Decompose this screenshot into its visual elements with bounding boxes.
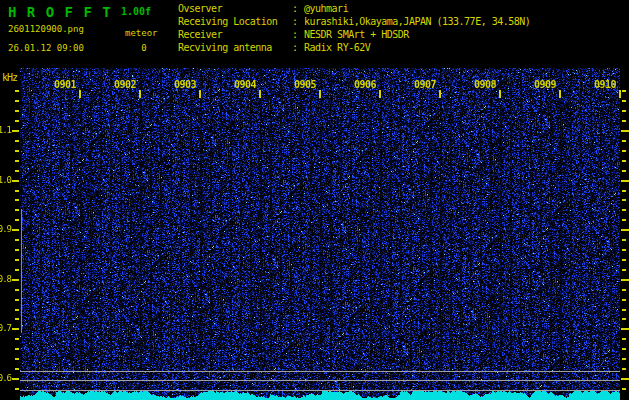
time-tick-label: 0909 — [526, 79, 556, 90]
freq-minor-tick-right — [622, 309, 626, 311]
freq-major-tick-left — [12, 180, 19, 182]
freq-minor-tick-right — [622, 100, 626, 102]
freq-minor-tick-right — [622, 239, 626, 241]
time-tick — [439, 90, 441, 98]
freq-minor-tick-left — [15, 140, 19, 142]
output-filename: 2601120900.png — [8, 24, 84, 34]
freq-minor-tick-right — [622, 299, 626, 301]
freq-minor-tick-right — [622, 249, 626, 251]
freq-minor-tick-right — [622, 259, 626, 261]
time-tick — [499, 90, 501, 98]
info-separator: : — [292, 16, 298, 27]
freq-minor-tick-right — [622, 209, 626, 211]
time-tick-label: 0902 — [106, 79, 136, 90]
freq-minor-tick-right — [622, 348, 626, 350]
freq-minor-tick-right — [622, 170, 626, 172]
freq-tick-label: 0.8 — [0, 274, 11, 284]
time-tick-label: 0905 — [286, 79, 316, 90]
band-marker-line — [21, 209, 22, 333]
info-value: Radix RY-62V — [304, 42, 370, 53]
info-label: Recviving antenna — [178, 42, 272, 53]
freq-minor-tick-right — [622, 110, 626, 112]
hrofft-window: H R O F F T 1.00f 2601120900.png meteor … — [0, 0, 629, 400]
freq-minor-tick-right — [622, 269, 626, 271]
freq-minor-tick-left — [15, 269, 19, 271]
time-tick-label: 0907 — [406, 79, 436, 90]
reference-line — [20, 371, 620, 372]
freq-minor-tick-right — [622, 90, 626, 92]
freq-minor-tick-left — [15, 219, 19, 221]
freq-tick-label: 0.7 — [0, 323, 11, 333]
freq-minor-tick-right — [622, 388, 626, 390]
freq-minor-tick-left — [15, 90, 19, 92]
freq-minor-tick-left — [15, 299, 19, 301]
freq-minor-tick-right — [622, 368, 626, 370]
freq-minor-tick-right — [622, 140, 626, 142]
freq-minor-tick-left — [15, 199, 19, 201]
time-tick — [619, 90, 621, 98]
app-title: H R O F F T — [8, 4, 112, 20]
info-value: NESDR SMArt + HDSDR — [304, 29, 409, 40]
freq-major-tick-right — [621, 130, 629, 132]
time-tick-label: 0901 — [46, 79, 76, 90]
time-tick — [379, 90, 381, 98]
freq-minor-tick-left — [15, 170, 19, 172]
info-separator: : — [292, 3, 298, 14]
info-label: Receiver — [178, 29, 222, 40]
meteor-count-value: 0 — [139, 43, 149, 53]
freq-minor-tick-right — [622, 190, 626, 192]
freq-minor-tick-right — [622, 150, 626, 152]
reference-line — [20, 380, 620, 381]
info-separator: : — [292, 29, 298, 40]
freq-axis-unit-label: kHz — [2, 72, 17, 83]
freq-minor-tick-left — [15, 209, 19, 211]
freq-tick-label: 1.1 — [0, 125, 11, 135]
freq-minor-tick-left — [15, 348, 19, 350]
freq-major-tick-left — [12, 328, 19, 330]
time-tick — [559, 90, 561, 98]
freq-major-tick-left — [12, 279, 19, 281]
freq-minor-tick-left — [15, 318, 19, 320]
freq-minor-tick-right — [622, 358, 626, 360]
freq-major-tick-right — [621, 328, 629, 330]
info-label: Receiving Location — [178, 16, 277, 27]
freq-minor-tick-left — [15, 249, 19, 251]
freq-tick-label: 1.0 — [0, 175, 11, 185]
freq-major-tick-left — [12, 378, 19, 380]
time-tick-label: 0910 — [586, 79, 616, 90]
freq-tick-label: 0.6 — [0, 373, 11, 383]
time-tick — [259, 90, 261, 98]
observation-datetime: 26.01.12 09:00 — [8, 43, 84, 53]
time-tick-label: 0908 — [466, 79, 496, 90]
info-value: @yuhmari — [304, 3, 348, 14]
freq-minor-tick-left — [15, 259, 19, 261]
time-tick — [79, 90, 81, 98]
time-tick — [319, 90, 321, 98]
app-version: 1.00f — [121, 6, 151, 17]
freq-minor-tick-left — [15, 239, 19, 241]
time-tick-label: 0904 — [226, 79, 256, 90]
info-value: kurashiki,Okayama,JAPAN (133.77E, 34.58N… — [304, 16, 530, 27]
freq-minor-tick-left — [15, 120, 19, 122]
time-tick-label: 0903 — [166, 79, 196, 90]
freq-major-tick-left — [12, 229, 19, 231]
freq-minor-tick-left — [15, 338, 19, 340]
info-label: Ovserver — [178, 3, 222, 14]
freq-minor-tick-left — [15, 100, 19, 102]
time-tick — [199, 90, 201, 98]
freq-minor-tick-right — [622, 120, 626, 122]
freq-minor-tick-right — [622, 160, 626, 162]
freq-major-tick-right — [621, 378, 629, 380]
meteor-counter-label: meteor — [125, 28, 158, 38]
freq-minor-tick-right — [622, 199, 626, 201]
freq-major-tick-right — [621, 229, 629, 231]
freq-minor-tick-left — [15, 289, 19, 291]
freq-major-tick-right — [621, 279, 629, 281]
freq-minor-tick-right — [622, 338, 626, 340]
freq-minor-tick-left — [15, 190, 19, 192]
freq-minor-tick-right — [622, 289, 626, 291]
reference-line — [20, 390, 620, 391]
freq-minor-tick-left — [15, 388, 19, 390]
info-separator: : — [292, 42, 298, 53]
spectrogram-canvas — [20, 68, 620, 400]
